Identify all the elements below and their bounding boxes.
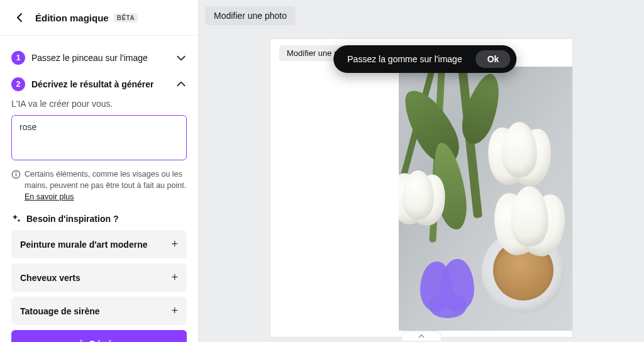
prompt-input[interactable] [11, 115, 187, 160]
plus-icon: + [171, 304, 178, 317]
toast-text: Passez la gomme sur l'image [347, 54, 462, 64]
step-describe[interactable]: 2 Décrivez le résultat à générer [11, 71, 187, 97]
sparkle-icon [11, 214, 21, 224]
inspiration-label: Besoin d'inspiration ? [26, 214, 118, 224]
suggestion-label: Cheveux verts [20, 273, 80, 283]
panel-title: Édition magique [35, 13, 109, 23]
step-number-badge: 2 [11, 77, 25, 91]
back-button[interactable] [10, 8, 30, 28]
step-subtitle: L'IA va le créer pour vous. [11, 99, 187, 109]
generate-label: Générer [89, 338, 125, 342]
step-label: Passez le pinceau sur l'image [31, 53, 169, 63]
step-label: Décrivez le résultat à générer [31, 79, 169, 89]
toast-ok-button[interactable]: Ok [476, 50, 511, 68]
sidebar-body: 1 Passez le pinceau sur l'image 2 Décriv… [0, 36, 198, 342]
document-frame[interactable]: Modifier une photo [270, 39, 572, 337]
magic-wand-icon [74, 339, 84, 342]
chevron-left-icon [15, 13, 25, 23]
suggestion-item[interactable]: Tatouage de sirène + [11, 297, 187, 325]
svg-rect-2 [16, 174, 16, 177]
generate-button[interactable]: Générer [11, 330, 187, 342]
suggestion-label: Peinture murale d'art moderne [20, 240, 148, 250]
sidebar-header: Édition magique BÊTA [0, 0, 198, 36]
chevron-up-icon [418, 333, 425, 340]
tulip-flower [399, 170, 449, 231]
suggestion-item[interactable]: Peinture murale d'art moderne + [11, 230, 187, 258]
tulip-flower [486, 122, 555, 191]
tulip-flower [492, 186, 567, 262]
beta-badge: BÊTA [114, 13, 138, 23]
chevron-down-icon [175, 52, 187, 63]
plus-icon: + [171, 238, 178, 251]
toast: Passez la gomme sur l'image Ok [333, 45, 516, 73]
info-icon [11, 170, 21, 179]
suggestion-label: Tatouage de sirène [20, 306, 100, 316]
main-area: Modifier une photo Modifier une photo [199, 0, 644, 342]
chevron-up-icon [175, 79, 187, 90]
photo-image[interactable] [399, 67, 572, 331]
disclaimer-text: Certains éléments, comme les visages ou … [25, 170, 186, 190]
step-brush[interactable]: 1 Passez le pinceau sur l'image [11, 45, 187, 71]
step-number-badge: 1 [11, 51, 25, 65]
page-expand-handle[interactable] [401, 331, 441, 341]
suggestion-item[interactable]: Cheveux verts + [11, 263, 187, 292]
learn-more-link[interactable]: En savoir plus [25, 192, 74, 201]
svg-point-1 [16, 172, 17, 174]
sidebar: Édition magique BÊTA 1 Passez le pinceau… [0, 0, 199, 342]
disclaimer: Certains éléments, comme les visages ou … [11, 168, 187, 202]
edit-photo-chip[interactable]: Modifier une photo [205, 6, 296, 25]
canvas-area: Modifier une photo [199, 30, 644, 342]
plus-icon: + [171, 271, 178, 284]
toolbar: Modifier une photo [199, 0, 644, 30]
inspiration-header: Besoin d'inspiration ? [11, 214, 187, 224]
brush-mask [420, 258, 477, 319]
